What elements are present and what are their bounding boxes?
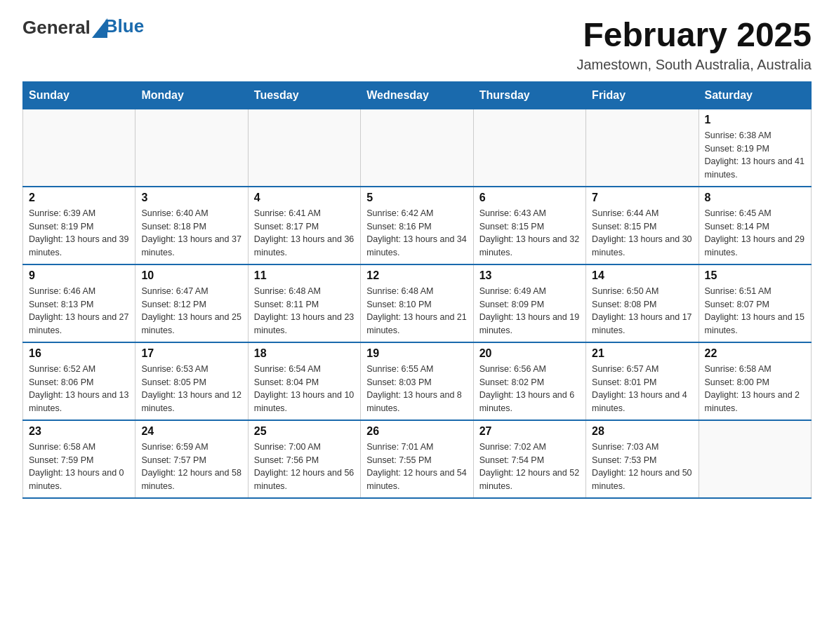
calendar-table: SundayMondayTuesdayWednesdayThursdayFrid… [22,81,812,499]
logo: General Blue [22,17,144,38]
calendar-day-cell: 10Sunrise: 6:47 AM Sunset: 8:12 PM Dayli… [135,264,248,342]
calendar-day-cell: 19Sunrise: 6:55 AM Sunset: 8:03 PM Dayli… [361,342,473,420]
day-info: Sunrise: 6:57 AM Sunset: 8:01 PM Dayligh… [592,363,692,415]
day-info: Sunrise: 6:59 AM Sunset: 7:57 PM Dayligh… [141,441,241,493]
day-number: 17 [141,347,241,360]
day-info: Sunrise: 6:58 AM Sunset: 7:59 PM Dayligh… [29,441,129,493]
logo-blue-text: Blue [105,15,144,36]
calendar-day-cell [473,109,585,187]
logo-general-text: General [22,18,91,36]
day-number: 7 [592,192,692,204]
calendar-day-cell: 7Sunrise: 6:44 AM Sunset: 8:15 PM Daylig… [586,187,699,264]
day-number: 25 [254,425,355,438]
calendar-day-cell: 4Sunrise: 6:41 AM Sunset: 8:17 PM Daylig… [248,187,360,264]
calendar-day-cell: 24Sunrise: 6:59 AM Sunset: 7:57 PM Dayli… [135,420,248,498]
day-info: Sunrise: 6:43 AM Sunset: 8:15 PM Dayligh… [479,207,580,260]
column-header-sunday: Sunday [23,81,135,109]
calendar-day-cell: 1Sunrise: 6:38 AM Sunset: 8:19 PM Daylig… [699,109,811,187]
calendar-day-cell [361,109,473,187]
day-number: 6 [479,192,580,204]
day-number: 2 [29,192,129,204]
day-number: 15 [705,269,805,282]
day-number: 19 [366,347,467,360]
calendar-day-cell: 12Sunrise: 6:48 AM Sunset: 8:10 PM Dayli… [361,264,473,342]
day-info: Sunrise: 6:47 AM Sunset: 8:12 PM Dayligh… [141,285,241,337]
page-header: General Blue February 2025 Jamestown, So… [22,17,812,73]
column-header-saturday: Saturday [699,81,811,109]
day-number: 12 [366,269,467,282]
day-info: Sunrise: 6:55 AM Sunset: 8:03 PM Dayligh… [366,363,467,415]
day-number: 20 [479,347,580,360]
calendar-day-cell: 23Sunrise: 6:58 AM Sunset: 7:59 PM Dayli… [23,420,135,498]
calendar-week-row: 16Sunrise: 6:52 AM Sunset: 8:06 PM Dayli… [23,342,812,420]
day-info: Sunrise: 6:58 AM Sunset: 8:00 PM Dayligh… [705,363,805,415]
calendar-day-cell: 6Sunrise: 6:43 AM Sunset: 8:15 PM Daylig… [473,187,585,264]
day-info: Sunrise: 6:38 AM Sunset: 8:19 PM Dayligh… [705,129,805,182]
calendar-day-cell: 11Sunrise: 6:48 AM Sunset: 8:11 PM Dayli… [248,264,360,342]
column-header-tuesday: Tuesday [248,81,360,109]
calendar-day-cell: 20Sunrise: 6:56 AM Sunset: 8:02 PM Dayli… [473,342,585,420]
calendar-day-cell: 17Sunrise: 6:53 AM Sunset: 8:05 PM Dayli… [135,342,248,420]
day-number: 13 [479,269,580,282]
day-info: Sunrise: 6:50 AM Sunset: 8:08 PM Dayligh… [592,285,692,337]
calendar-day-cell: 21Sunrise: 6:57 AM Sunset: 8:01 PM Dayli… [586,342,699,420]
day-number: 4 [254,192,355,204]
calendar-week-row: 9Sunrise: 6:46 AM Sunset: 8:13 PM Daylig… [23,264,812,342]
calendar-day-cell [135,109,248,187]
day-info: Sunrise: 6:46 AM Sunset: 8:13 PM Dayligh… [29,285,129,337]
calendar-day-cell: 27Sunrise: 7:02 AM Sunset: 7:54 PM Dayli… [473,420,585,498]
day-info: Sunrise: 6:39 AM Sunset: 8:19 PM Dayligh… [29,207,129,260]
day-number: 27 [479,425,580,438]
column-header-monday: Monday [135,81,248,109]
day-number: 11 [254,269,355,282]
day-number: 22 [705,347,805,360]
calendar-day-cell [586,109,699,187]
calendar-header-row: SundayMondayTuesdayWednesdayThursdayFrid… [23,81,812,109]
calendar-day-cell [23,109,135,187]
calendar-day-cell: 3Sunrise: 6:40 AM Sunset: 8:18 PM Daylig… [135,187,248,264]
calendar-day-cell [248,109,360,187]
day-number: 28 [592,425,692,438]
day-number: 26 [366,425,467,438]
calendar-day-cell: 22Sunrise: 6:58 AM Sunset: 8:00 PM Dayli… [699,342,811,420]
month-title: February 2025 [576,17,812,54]
column-header-wednesday: Wednesday [361,81,473,109]
day-number: 9 [29,269,129,282]
calendar-day-cell: 15Sunrise: 6:51 AM Sunset: 8:07 PM Dayli… [699,264,811,342]
day-info: Sunrise: 6:54 AM Sunset: 8:04 PM Dayligh… [254,363,355,415]
day-info: Sunrise: 6:56 AM Sunset: 8:02 PM Dayligh… [479,363,580,415]
calendar-day-cell: 2Sunrise: 6:39 AM Sunset: 8:19 PM Daylig… [23,187,135,264]
calendar-day-cell: 9Sunrise: 6:46 AM Sunset: 8:13 PM Daylig… [23,264,135,342]
calendar-day-cell: 13Sunrise: 6:49 AM Sunset: 8:09 PM Dayli… [473,264,585,342]
calendar-day-cell: 5Sunrise: 6:42 AM Sunset: 8:16 PM Daylig… [361,187,473,264]
day-info: Sunrise: 6:48 AM Sunset: 8:11 PM Dayligh… [254,285,355,337]
day-number: 16 [29,347,129,360]
calendar-day-cell: 16Sunrise: 6:52 AM Sunset: 8:06 PM Dayli… [23,342,135,420]
day-info: Sunrise: 7:02 AM Sunset: 7:54 PM Dayligh… [479,441,580,493]
day-info: Sunrise: 6:45 AM Sunset: 8:14 PM Dayligh… [705,207,805,260]
day-info: Sunrise: 6:49 AM Sunset: 8:09 PM Dayligh… [479,285,580,337]
calendar-day-cell: 14Sunrise: 6:50 AM Sunset: 8:08 PM Dayli… [586,264,699,342]
calendar-week-row: 2Sunrise: 6:39 AM Sunset: 8:19 PM Daylig… [23,187,812,264]
location-subtitle: Jamestown, South Australia, Australia [576,57,812,73]
day-number: 21 [592,347,692,360]
day-info: Sunrise: 7:01 AM Sunset: 7:55 PM Dayligh… [366,441,467,493]
calendar-day-cell: 8Sunrise: 6:45 AM Sunset: 8:14 PM Daylig… [699,187,811,264]
calendar-day-cell: 26Sunrise: 7:01 AM Sunset: 7:55 PM Dayli… [361,420,473,498]
calendar-day-cell [699,420,811,498]
day-number: 10 [141,269,241,282]
calendar-day-cell: 25Sunrise: 7:00 AM Sunset: 7:56 PM Dayli… [248,420,360,498]
column-header-thursday: Thursday [473,81,585,109]
day-info: Sunrise: 7:00 AM Sunset: 7:56 PM Dayligh… [254,441,355,493]
calendar-day-cell: 28Sunrise: 7:03 AM Sunset: 7:53 PM Dayli… [586,420,699,498]
day-number: 5 [366,192,467,204]
day-info: Sunrise: 6:48 AM Sunset: 8:10 PM Dayligh… [366,285,467,337]
day-number: 1 [705,114,805,126]
day-info: Sunrise: 6:52 AM Sunset: 8:06 PM Dayligh… [29,363,129,415]
day-info: Sunrise: 6:44 AM Sunset: 8:15 PM Dayligh… [592,207,692,260]
calendar-day-cell: 18Sunrise: 6:54 AM Sunset: 8:04 PM Dayli… [248,342,360,420]
day-number: 8 [705,192,805,204]
title-block: February 2025 Jamestown, South Australia… [576,17,812,73]
day-number: 3 [141,192,241,204]
column-header-friday: Friday [586,81,699,109]
